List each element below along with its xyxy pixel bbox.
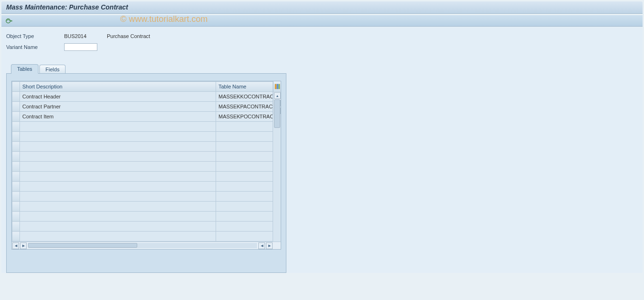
cell-table[interactable] <box>216 122 273 132</box>
table-row[interactable] <box>12 152 273 162</box>
cell-desc[interactable] <box>20 232 216 242</box>
table-row[interactable] <box>12 162 273 172</box>
cell-desc[interactable]: Contract Partner <box>20 102 216 112</box>
cell-table[interactable]: MASSEKPOCONTRACT <box>216 112 273 122</box>
cell-desc[interactable] <box>20 222 216 232</box>
cell-table[interactable] <box>216 162 273 172</box>
table-row[interactable] <box>12 132 273 142</box>
form-area: Object Type BUS2014 Purchase Contract Va… <box>1 27 643 273</box>
cell-desc[interactable]: Contract Item <box>20 112 216 122</box>
tab-panel-tables: Short Description Table Name Contract He… <box>6 73 286 273</box>
tab-fields[interactable]: Fields <box>39 65 66 73</box>
cell-table[interactable] <box>216 172 273 182</box>
table-row[interactable]: Contract Item MASSEKPOCONTRACT <box>12 112 273 122</box>
scroll-left-icon[interactable]: ◀ <box>258 242 265 249</box>
cell-desc[interactable] <box>20 152 216 162</box>
cell-table[interactable] <box>216 202 273 212</box>
vertical-scrollbar[interactable]: ▲ ▲ ▼ <box>273 92 281 115</box>
table-row[interactable] <box>12 172 273 182</box>
cell-desc[interactable] <box>20 162 216 172</box>
scroll-right-fixed-icon[interactable]: ▶ <box>20 242 27 249</box>
cell-table[interactable]: MASSEKKOCONTRACT <box>216 92 273 102</box>
cell-desc[interactable] <box>20 212 216 222</box>
cell-desc[interactable] <box>20 122 216 132</box>
col-short-description[interactable]: Short Description <box>20 82 216 92</box>
grid-container: Short Description Table Name Contract He… <box>11 81 281 250</box>
page-title: Mass Maintenance: Purchase Contract <box>6 3 128 11</box>
execute-icon[interactable] <box>5 17 13 25</box>
vscroll-thumb[interactable] <box>274 99 280 128</box>
window-title: Mass Maintenance: Purchase Contract <box>1 1 643 14</box>
object-type-desc: Purchase Contract <box>107 33 150 39</box>
variant-name-input[interactable] <box>64 43 97 51</box>
cell-desc[interactable]: Contract Header <box>20 92 216 102</box>
row-selector[interactable] <box>12 152 20 162</box>
tab-strip: Tables Fields <box>6 64 638 73</box>
cell-table[interactable] <box>216 142 273 152</box>
table-row[interactable] <box>12 182 273 192</box>
cell-table[interactable] <box>216 212 273 222</box>
cell-table[interactable] <box>216 132 273 142</box>
scroll-right-icon[interactable]: ▶ <box>266 242 273 249</box>
cell-desc[interactable] <box>20 142 216 152</box>
cell-table[interactable] <box>216 192 273 202</box>
table-row[interactable] <box>12 122 273 132</box>
col-table-name[interactable]: Table Name <box>218 84 246 89</box>
row-selector[interactable] <box>12 232 20 242</box>
column-settings-icon[interactable] <box>273 81 281 92</box>
row-selector[interactable] <box>12 102 20 112</box>
row-selector[interactable] <box>12 192 20 202</box>
cell-table[interactable] <box>216 222 273 232</box>
tab-tables[interactable]: Tables <box>11 64 38 74</box>
row-selector[interactable] <box>12 172 20 182</box>
toolbar: © www.tutorialkart.com <box>1 15 643 27</box>
svg-rect-5 <box>279 84 280 89</box>
cell-desc[interactable] <box>20 132 216 142</box>
row-selector[interactable] <box>12 212 20 222</box>
cell-desc[interactable] <box>20 202 216 212</box>
cell-desc[interactable] <box>20 192 216 202</box>
row-selector[interactable] <box>12 202 20 212</box>
tables-grid: Short Description Table Name Contract He… <box>12 81 273 242</box>
scroll-left-fixed-icon[interactable]: ◀ <box>12 242 19 249</box>
svg-rect-3 <box>275 84 276 89</box>
row-selector[interactable] <box>12 222 20 232</box>
cell-table[interactable] <box>216 182 273 192</box>
cell-table[interactable] <box>216 232 273 242</box>
horizontal-scrollbar[interactable]: ◀ ▶ ◀ ▶ <box>12 242 281 249</box>
svg-rect-4 <box>277 84 278 89</box>
svg-marker-2 <box>11 20 12 22</box>
table-row[interactable] <box>12 212 273 222</box>
row-selector[interactable] <box>12 182 20 192</box>
tab-tables-label: Tables <box>17 66 32 72</box>
table-row[interactable] <box>12 142 273 152</box>
tab-fields-label: Fields <box>46 67 59 72</box>
watermark-text: © www.tutorialkart.com <box>120 14 208 24</box>
tab-container: Tables Fields <box>6 64 638 273</box>
row-selector[interactable] <box>12 142 20 152</box>
row-selector[interactable] <box>12 132 20 142</box>
row-selector[interactable] <box>12 92 20 102</box>
grid-body: Contract Header MASSEKKOCONTRACT Contrac… <box>12 92 273 242</box>
hscroll-track[interactable] <box>28 243 257 248</box>
row-selector[interactable] <box>12 162 20 172</box>
object-type-label: Object Type <box>6 33 64 39</box>
table-row[interactable] <box>12 192 273 202</box>
scroll-up-icon[interactable]: ▲ <box>274 92 281 99</box>
cell-table[interactable] <box>216 152 273 162</box>
cell-desc[interactable] <box>20 172 216 182</box>
object-type-value: BUS2014 <box>64 33 107 39</box>
table-row[interactable] <box>12 202 273 212</box>
hscroll-thumb[interactable] <box>28 243 137 248</box>
table-row[interactable] <box>12 222 273 232</box>
row-selector[interactable] <box>12 112 20 122</box>
table-row[interactable]: Contract Header MASSEKKOCONTRACT <box>12 92 273 102</box>
cell-desc[interactable] <box>20 182 216 192</box>
row-selector[interactable] <box>12 122 20 132</box>
variant-name-label: Variant Name <box>6 44 64 50</box>
table-row[interactable] <box>12 232 273 242</box>
table-row[interactable]: Contract Partner MASSEKPACONTRACT <box>12 102 273 112</box>
select-all-header[interactable] <box>12 82 20 92</box>
cell-table[interactable]: MASSEKPACONTRACT <box>216 102 273 112</box>
